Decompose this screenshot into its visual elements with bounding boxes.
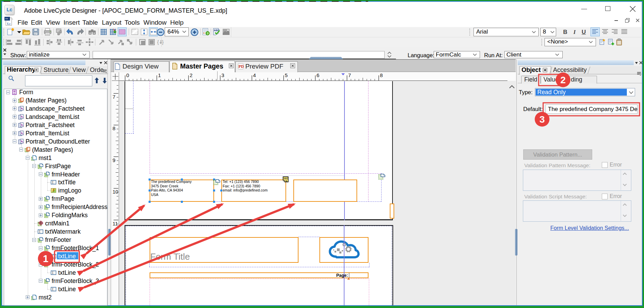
svg-text:3: 3: [539, 114, 545, 125]
svg-text:1: 1: [43, 253, 48, 264]
svg-text:2: 2: [560, 75, 566, 85]
